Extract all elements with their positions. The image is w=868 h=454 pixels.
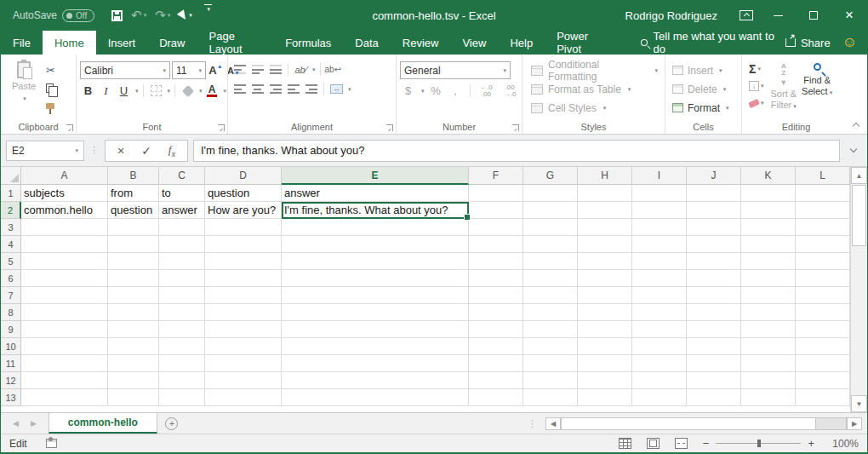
- zoom-in-button[interactable]: +: [808, 437, 814, 450]
- comma-style-button[interactable]: ,: [448, 83, 464, 99]
- row-header-1[interactable]: 1: [1, 185, 21, 202]
- row-header-6[interactable]: 6: [1, 270, 21, 287]
- autosum-button[interactable]: Σ▾: [749, 61, 764, 77]
- conditional-formatting-button[interactable]: Conditional Formatting▾: [531, 62, 658, 78]
- cell-H4[interactable]: [578, 236, 632, 253]
- cell-E6[interactable]: [282, 270, 469, 287]
- fill-color-button[interactable]: [180, 83, 196, 99]
- cell-B12[interactable]: [108, 372, 159, 389]
- cell-D7[interactable]: [205, 287, 282, 304]
- copy-button[interactable]: ▾: [43, 80, 61, 95]
- column-header-F[interactable]: F: [469, 167, 523, 185]
- cell-E9[interactable]: [282, 321, 469, 338]
- expand-formula-bar-button[interactable]: [845, 140, 862, 162]
- cell-L10[interactable]: [796, 338, 850, 355]
- row-header-4[interactable]: 4: [1, 236, 21, 253]
- cell-K4[interactable]: [741, 236, 796, 253]
- touch-mouse-mode-button[interactable]: ▾: [175, 4, 196, 26]
- zoom-slider[interactable]: [716, 443, 801, 444]
- cell-C9[interactable]: [159, 321, 205, 338]
- cell-C4[interactable]: [159, 236, 205, 253]
- select-all-button[interactable]: [1, 167, 21, 185]
- page-break-preview-button[interactable]: [675, 438, 688, 449]
- cell-A4[interactable]: [21, 236, 108, 253]
- feedback-smiley-button[interactable]: ☺: [842, 31, 857, 55]
- cell-F13[interactable]: [469, 389, 523, 406]
- cell-H13[interactable]: [578, 389, 632, 406]
- tab-home[interactable]: Home: [43, 31, 96, 55]
- cell-I7[interactable]: [632, 287, 687, 304]
- cell-J11[interactable]: [687, 355, 741, 372]
- cell-C1[interactable]: to: [159, 185, 205, 202]
- cell-C8[interactable]: [159, 304, 205, 321]
- cell-C11[interactable]: [159, 355, 205, 372]
- cell-D2[interactable]: How are you?: [205, 202, 282, 219]
- cell-G6[interactable]: [523, 270, 578, 287]
- cell-B5[interactable]: [108, 253, 159, 270]
- cell-I4[interactable]: [632, 236, 687, 253]
- font-dialog-launcher[interactable]: [218, 124, 225, 131]
- tab-insert[interactable]: Insert: [96, 31, 148, 55]
- cell-E4[interactable]: [282, 236, 469, 253]
- cell-J1[interactable]: [687, 185, 741, 202]
- vertical-scrollbar[interactable]: ▲ ▼: [850, 167, 867, 412]
- autosave-pill[interactable]: Off: [62, 9, 94, 22]
- bold-button[interactable]: B: [80, 83, 96, 99]
- fill-button[interactable]: ↓▾: [749, 78, 764, 94]
- tab-page-layout[interactable]: Page Layout: [197, 31, 274, 55]
- cell-E8[interactable]: [282, 304, 469, 321]
- cell-H1[interactable]: [578, 185, 632, 202]
- horizontal-scroll-thumb[interactable]: [561, 417, 816, 430]
- name-box[interactable]: E2▾: [6, 141, 84, 161]
- cell-F3[interactable]: [469, 219, 523, 236]
- cell-G1[interactable]: [523, 185, 578, 202]
- increase-decimal-button[interactable]: ←.0 .00: [476, 84, 496, 98]
- cell-styles-button[interactable]: Cell Styles▾: [531, 100, 658, 116]
- autosave-toggle[interactable]: AutoSave Off: [13, 9, 94, 22]
- cell-L7[interactable]: [796, 287, 850, 304]
- column-header-H[interactable]: H: [578, 167, 632, 185]
- cell-J5[interactable]: [687, 253, 741, 270]
- cell-J12[interactable]: [687, 372, 741, 389]
- cell-A1[interactable]: subjects: [21, 185, 108, 202]
- cell-G5[interactable]: [523, 253, 578, 270]
- page-layout-view-button[interactable]: [647, 438, 660, 449]
- cell-G7[interactable]: [523, 287, 578, 304]
- undo-button[interactable]: ↶▾: [128, 4, 150, 26]
- insert-cells-button[interactable]: Insert▾: [672, 62, 729, 78]
- cell-J10[interactable]: [687, 338, 741, 355]
- chevron-down-icon[interactable]: ▾: [189, 12, 192, 19]
- insert-function-button[interactable]: fx: [160, 141, 184, 160]
- cell-L13[interactable]: [796, 389, 850, 406]
- vertical-scroll-thumb[interactable]: [852, 185, 866, 246]
- cell-K10[interactable]: [741, 338, 796, 355]
- cell-J4[interactable]: [687, 236, 741, 253]
- cell-I13[interactable]: [632, 389, 687, 406]
- column-header-E[interactable]: E: [282, 167, 469, 185]
- cell-H6[interactable]: [578, 270, 632, 287]
- cell-J13[interactable]: [687, 389, 741, 406]
- horizontal-scrollbar[interactable]: ◀ ▶: [545, 416, 862, 431]
- cell-L1[interactable]: [796, 185, 850, 202]
- cell-K8[interactable]: [741, 304, 796, 321]
- column-header-G[interactable]: G: [523, 167, 578, 185]
- chevron-down-icon[interactable]: ▾: [761, 83, 764, 89]
- cell-L5[interactable]: [796, 253, 850, 270]
- cell-E7[interactable]: [282, 287, 469, 304]
- middle-align-button[interactable]: [249, 61, 266, 78]
- prev-sheet-button[interactable]: ◀: [13, 419, 19, 428]
- chevron-down-icon[interactable]: ▾: [144, 12, 147, 19]
- decrease-decimal-button[interactable]: .00 →.0: [500, 84, 520, 98]
- clipboard-dialog-launcher[interactable]: [66, 124, 73, 131]
- cell-I2[interactable]: [632, 202, 687, 219]
- cell-I11[interactable]: [632, 355, 687, 372]
- cell-I5[interactable]: [632, 253, 687, 270]
- cell-I10[interactable]: [632, 338, 687, 355]
- share-button[interactable]: Share: [785, 31, 831, 55]
- cell-A6[interactable]: [21, 270, 108, 287]
- paste-button[interactable]: Paste▾: [4, 58, 43, 118]
- row-header-5[interactable]: 5: [1, 253, 21, 270]
- cell-J3[interactable]: [687, 219, 741, 236]
- chevron-down-icon[interactable]: ▾: [168, 12, 171, 19]
- cell-K2[interactable]: [741, 202, 796, 219]
